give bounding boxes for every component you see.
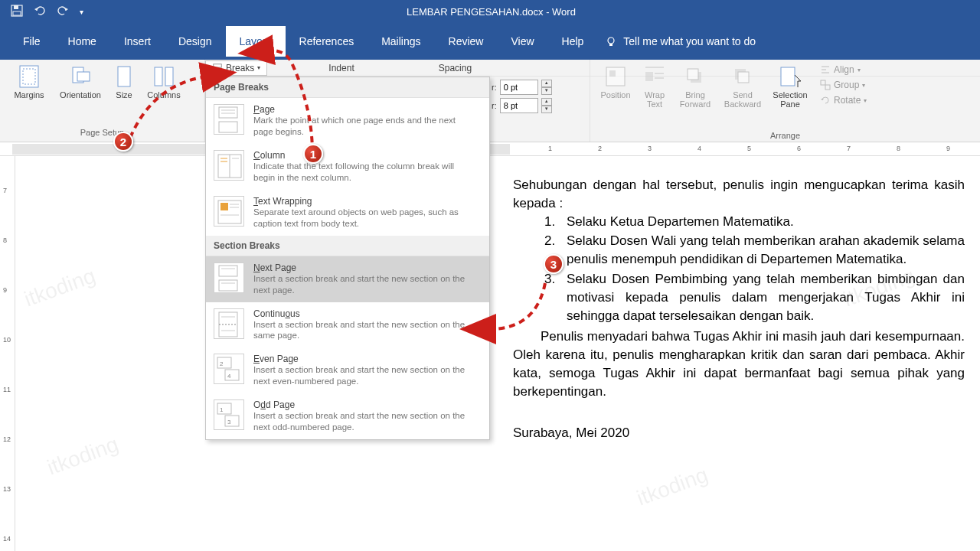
size-icon — [112, 64, 136, 89]
tab-help[interactable]: Help — [548, 26, 598, 57]
spin-down[interactable]: ▼ — [541, 106, 552, 113]
bring-forward-button: Bring Forward — [673, 63, 717, 110]
tab-design[interactable]: Design — [165, 26, 226, 57]
size-button[interactable]: Size — [109, 63, 139, 101]
breaks-icon — [212, 63, 223, 73]
tab-layout[interactable]: Layout — [226, 26, 286, 57]
spin-up[interactable]: ▲ — [541, 98, 552, 106]
doc-item-1: Selaku Ketua Departemen Matematika. — [559, 213, 965, 231]
margins-icon — [17, 64, 41, 89]
group-page-setup: Margins Orientation Size Columns Page Se… — [0, 60, 205, 142]
page[interactable]: Sehubungan dengan hal tersebut, penulis … — [15, 156, 980, 551]
break-even-page[interactable]: 24 Even PageInsert a section break and s… — [206, 347, 489, 393]
columns-button[interactable]: Columns — [141, 63, 187, 101]
tab-review[interactable]: Review — [435, 26, 498, 57]
send-backward-icon — [730, 64, 755, 89]
align-icon — [820, 64, 831, 75]
spin-up[interactable]: ▲ — [541, 80, 552, 87]
svg-rect-11 — [165, 67, 173, 86]
redo-icon[interactable] — [57, 5, 69, 19]
svg-rect-2 — [13, 11, 21, 15]
vertical-ruler[interactable]: 7 8 9 10 11 12 13 14 — [0, 156, 15, 551]
break-next-page-icon — [214, 262, 244, 293]
svg-rect-24 — [781, 67, 795, 86]
svg-text:1: 1 — [220, 406, 224, 413]
spacing-controls: r: ▲▼ r: ▲▼ — [492, 80, 552, 113]
wrap-text-icon — [642, 64, 667, 89]
svg-rect-4 — [609, 44, 612, 46]
position-icon — [603, 64, 628, 89]
break-continuous[interactable]: ContinuousInsert a section break and sta… — [206, 302, 489, 348]
breaks-dropdown: Page Breaks PageMark the point at which … — [205, 77, 490, 440]
rotate-icon — [820, 95, 831, 106]
break-text-wrapping[interactable]: Text WrappingSeparate text around object… — [206, 190, 489, 236]
rotate-button: Rotate▾ — [817, 93, 870, 107]
tell-me[interactable]: Tell me what you want to do — [605, 35, 756, 47]
spacing-before-label: r: — [492, 83, 497, 92]
save-icon[interactable] — [11, 5, 23, 19]
qat-customize-icon[interactable]: ▾ — [80, 8, 83, 16]
group-label-page-setup: Page Setup — [6, 128, 198, 139]
break-odd-page[interactable]: 13 Odd PageInsert a section break and st… — [206, 393, 489, 439]
spacing-after-label: r: — [492, 101, 497, 110]
svg-text:3: 3 — [227, 419, 231, 425]
break-column[interactable]: ColumnIndicate that the text following t… — [206, 144, 489, 190]
wrap-text-button: Wrap Text — [638, 63, 671, 110]
breaks-button[interactable]: Breaks ▾ — [205, 60, 267, 76]
break-column-icon — [214, 150, 244, 181]
tab-home[interactable]: Home — [54, 26, 110, 57]
selection-pane-button[interactable]: Selection Pane — [768, 63, 812, 110]
tab-references[interactable]: References — [286, 26, 368, 57]
doc-intro: Sehubungan dengan hal tersebut, penulis … — [513, 176, 965, 213]
tab-view[interactable]: View — [497, 26, 547, 57]
svg-rect-44 — [219, 266, 237, 276]
break-even-page-icon: 24 — [214, 354, 244, 384]
svg-rect-12 — [214, 64, 222, 67]
svg-rect-15 — [609, 70, 616, 77]
break-next-page[interactable]: Next PageInsert a section break and star… — [206, 256, 489, 302]
document-content[interactable]: Sehubungan dengan hal tersebut, penulis … — [513, 176, 965, 442]
doc-signature: Surabaya, Mei 2020 — [513, 424, 965, 442]
break-odd-page-icon: 13 — [214, 399, 244, 430]
spacing-before-input[interactable] — [500, 80, 538, 95]
break-wrap-icon — [214, 196, 244, 227]
spacing-header: Spacing — [439, 63, 472, 73]
svg-rect-16 — [645, 72, 653, 81]
svg-rect-1 — [14, 5, 18, 9]
horizontal-ruler[interactable]: 123 456 789 — [0, 142, 980, 156]
selection-pane-icon — [778, 64, 802, 89]
svg-rect-23 — [738, 72, 749, 83]
breaks-section-page: Page Breaks — [206, 77, 489, 98]
columns-icon — [152, 64, 176, 89]
svg-rect-8 — [77, 72, 90, 81]
svg-rect-29 — [825, 85, 830, 90]
spacing-after: r: ▲▼ — [492, 98, 552, 113]
orientation-button[interactable]: Orientation — [54, 63, 107, 101]
spacing-before: r: ▲▼ — [492, 80, 552, 95]
svg-rect-28 — [821, 80, 825, 85]
tab-insert[interactable]: Insert — [110, 26, 165, 57]
spin-down[interactable]: ▼ — [541, 87, 552, 95]
quick-access-toolbar: ▾ — [0, 5, 94, 19]
tab-file[interactable]: File — [9, 26, 54, 57]
undo-icon[interactable] — [34, 5, 46, 19]
tab-mailings[interactable]: Mailings — [368, 26, 434, 57]
chevron-down-icon: ▾ — [257, 64, 260, 71]
group-button: Group▾ — [817, 78, 870, 92]
lightbulb-icon — [605, 35, 617, 47]
svg-rect-30 — [219, 107, 237, 118]
svg-text:4: 4 — [227, 373, 231, 380]
svg-text:2: 2 — [220, 360, 224, 367]
ribbon-tabs: File Home Insert Design Layout Reference… — [0, 23, 980, 60]
break-page[interactable]: PageMark the point at which one page end… — [206, 98, 489, 144]
indent-header: Indent — [328, 63, 354, 73]
spacing-after-input[interactable] — [500, 98, 538, 113]
margins-button[interactable]: Margins — [6, 63, 52, 101]
breaks-section-section: Section Breaks — [206, 236, 489, 256]
group-icon — [820, 80, 831, 90]
title-bar: ▾ LEMBAR PENGESAHAN.docx - Word — [0, 0, 980, 23]
svg-rect-10 — [155, 67, 162, 86]
svg-rect-40 — [220, 203, 228, 210]
break-continuous-icon — [214, 308, 244, 339]
orientation-icon — [68, 64, 93, 89]
